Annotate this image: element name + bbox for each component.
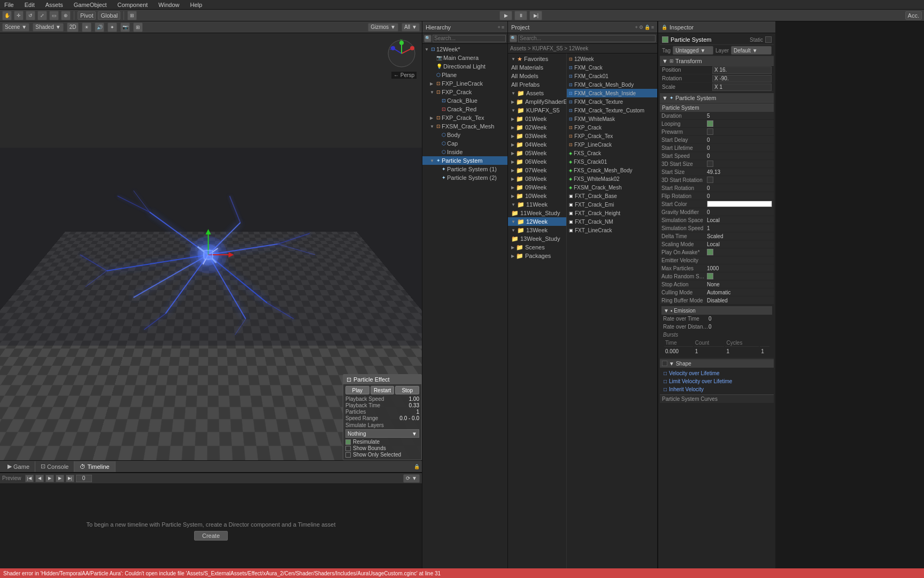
file-fxs-crack[interactable]: ◈ FXS_Crack [567, 149, 657, 157]
tl-prev-frame[interactable]: ◀ [35, 475, 44, 482]
particle-play-btn[interactable]: Play [345, 386, 369, 394]
game-tab[interactable]: ▶ Game [2, 461, 35, 472]
transform-header[interactable]: ▼ ⊞ Transform [660, 56, 774, 66]
create-director-btn[interactable]: Create [194, 531, 228, 541]
hierarchy-main-camera[interactable]: 📷 Main Camera [422, 54, 507, 62]
scale-x[interactable]: X 1 [712, 83, 772, 91]
project-search-input[interactable] [518, 35, 656, 42]
fav-models[interactable]: All Models [508, 72, 566, 80]
emission-header[interactable]: ▼ ▪ Emission [661, 306, 772, 315]
hierarchy-plane[interactable]: ⬡ Plane [422, 71, 507, 79]
file-fxp-linecrack[interactable]: ⊡ FXP_LineCrack [567, 140, 657, 149]
play-button[interactable]: ▶ [499, 11, 512, 20]
scene-camera-btn[interactable]: 📷 [120, 22, 130, 32]
kupafx-folder[interactable]: ▼ 📁 KUPAFX_S5 [508, 106, 566, 115]
ps-ring-val[interactable]: Disabled [707, 298, 772, 303]
transform-tool[interactable]: ⊕ [61, 11, 71, 20]
menu-edit[interactable]: Edit [22, 2, 37, 8]
tl-next-frame[interactable]: ▶ [56, 475, 64, 482]
file-fxt-linecrack[interactable]: ▣ FXT_LineCrack [567, 226, 657, 234]
project-plus-icon[interactable]: + [635, 25, 637, 30]
inspector-lock-icon[interactable]: 🔒 [661, 25, 667, 30]
move-tool[interactable]: ✛ [14, 11, 24, 20]
ps-header[interactable]: ▼ ✦ Particle System [660, 93, 774, 103]
show-bounds-checkbox[interactable] [345, 446, 351, 451]
fav-materials[interactable]: All Materials [508, 63, 566, 72]
packages-folder[interactable]: ▶ 📁 Packages [508, 252, 566, 260]
ps-simspeed-val[interactable]: 1 [707, 225, 772, 231]
project-lock-icon[interactable]: 🔒 [644, 25, 650, 30]
file-fxm-cracktexturecustom[interactable]: ⊡ FXM_Crack_Texture_Custom [567, 106, 657, 115]
file-fxt-crackbase[interactable]: ▣ FXT_Crack_Base [567, 192, 657, 200]
particle-stop-btn[interactable]: Stop [395, 386, 419, 394]
tl-play[interactable]: ▶ [45, 475, 54, 482]
file-fxm-crack[interactable]: ⊡ FXM_Crack [567, 63, 657, 72]
02week-folder[interactable]: ▶ 📁 02Week [508, 123, 566, 132]
hierarchy-search-btn[interactable]: 🔍 [424, 35, 432, 42]
hierarchy-particle-system[interactable]: ▼ ✦ Particle System [422, 156, 507, 165]
hierarchy-plus-icon[interactable]: + [497, 25, 500, 30]
rod-val[interactable]: 0 [709, 324, 771, 330]
fav-prefabs[interactable]: All Prefabs [508, 80, 566, 89]
13week-folder[interactable]: ▼ 📁 13Week [508, 226, 566, 234]
03week-folder[interactable]: ▶ 📁 03Week [508, 132, 566, 140]
ps-maxp-val[interactable]: 1000 [707, 265, 772, 271]
scale-tool[interactable]: ⤢ [37, 11, 47, 20]
velocity-over-lifetime[interactable]: □ Velocity over Lifetime [661, 369, 772, 377]
menu-file[interactable]: File [2, 2, 16, 8]
fx-toggle[interactable]: ✦ [107, 22, 117, 32]
hierarchy-ps2[interactable]: ✦ Particle System (2) [422, 173, 507, 182]
audio-toggle[interactable]: 🔊 [95, 22, 104, 32]
06week-folder[interactable]: ▶ 📁 06Week [508, 157, 566, 166]
file-fxm-whitemask[interactable]: ⊡ FXM_WhiteMask [567, 115, 657, 123]
project-menu-icon[interactable]: ⚙ [639, 25, 643, 30]
ps-scaling-val[interactable]: Local [707, 241, 772, 247]
11weekstudy-folder[interactable]: 📁 11Week_Study [508, 209, 566, 217]
amplify-folder[interactable]: ▶ 📁 AmplifyShaderEditor [508, 97, 566, 106]
ar-checkbox[interactable] [707, 273, 713, 279]
ps-startrot-val[interactable]: 0 [707, 185, 772, 191]
rotate-tool[interactable]: ↺ [26, 11, 35, 20]
ps-startspeed-val[interactable]: 0 [707, 153, 772, 159]
hierarchy-crack-red[interactable]: ⊡ Crack_Red [422, 105, 507, 113]
shaded-dropdown[interactable]: Shaded▼ [33, 23, 63, 32]
particle-restart-btn[interactable]: Restart [371, 386, 395, 394]
hierarchy-body[interactable]: ⬡ Body [422, 131, 507, 139]
ps-main-header[interactable]: Particle System [660, 103, 774, 112]
hierarchy-menu-icon[interactable]: ≡ [502, 25, 504, 30]
08week-folder[interactable]: ▶ 📁 08Week [508, 174, 566, 183]
gizmos-dropdown[interactable]: Gizmos▼ [368, 23, 398, 32]
hierarchy-dir-light[interactable]: 💡 Directional Light [422, 62, 507, 71]
scene-gizmo[interactable]: X Z Y [386, 37, 418, 70]
05week-folder[interactable]: ▶ 📁 05Week [508, 149, 566, 157]
burst-row-0[interactable]: 0.000 1 1 1 [664, 348, 769, 355]
10week-folder[interactable]: ▶ 📁 10Week [508, 192, 566, 200]
menu-component[interactable]: Component [115, 2, 150, 8]
scenes-folder[interactable]: ▶ 📁 Scenes [508, 243, 566, 252]
snap-toggle[interactable]: ⊞ [127, 11, 137, 20]
resimulate-checkbox[interactable] [345, 439, 351, 445]
global-toggle[interactable]: Global [98, 11, 120, 20]
13weekstudy-folder[interactable]: 📁 13Week_Study [508, 234, 566, 243]
ps-duration-val[interactable]: 5 [707, 113, 772, 119]
04week-folder[interactable]: ▶ 📁 04Week [508, 140, 566, 149]
hierarchy-root[interactable]: ▼ ⊡ 12Week* [422, 45, 507, 54]
show-only-selected-checkbox[interactable] [345, 452, 351, 458]
ps-stopaction-val[interactable]: None [707, 282, 772, 287]
3drot-checkbox[interactable] [707, 177, 713, 183]
tl-skip-start[interactable]: |◀ [25, 475, 34, 482]
3dsize-checkbox[interactable] [707, 161, 713, 167]
ps-fliprot-val[interactable]: 0 [707, 193, 772, 199]
position-x[interactable]: X 16. [712, 66, 772, 74]
hierarchy-fxp-linecrack[interactable]: ▶ ⊡ FXP_LineCrack [422, 79, 507, 88]
favorites-header[interactable]: ▼ ★ Favorites [508, 55, 566, 63]
file-fxt-cracknm[interactable]: ▣ FXT_Crack_NM [567, 217, 657, 226]
tag-dropdown[interactable]: Untagged▼ [673, 46, 713, 55]
scene-canvas[interactable]: X Z Y ← Persp ⊡ Particle Effect Play Res… [0, 33, 422, 460]
file-12week[interactable]: ⊡ 12Week [567, 55, 657, 63]
menu-help[interactable]: Help [188, 2, 204, 8]
09week-folder[interactable]: ▶ 📁 09Week [508, 183, 566, 192]
bottom-panel-lock[interactable]: 🔒 [414, 464, 420, 469]
tl-skip-end[interactable]: ▶| [66, 475, 74, 482]
ps-startlt-val[interactable]: 0 [707, 145, 772, 151]
